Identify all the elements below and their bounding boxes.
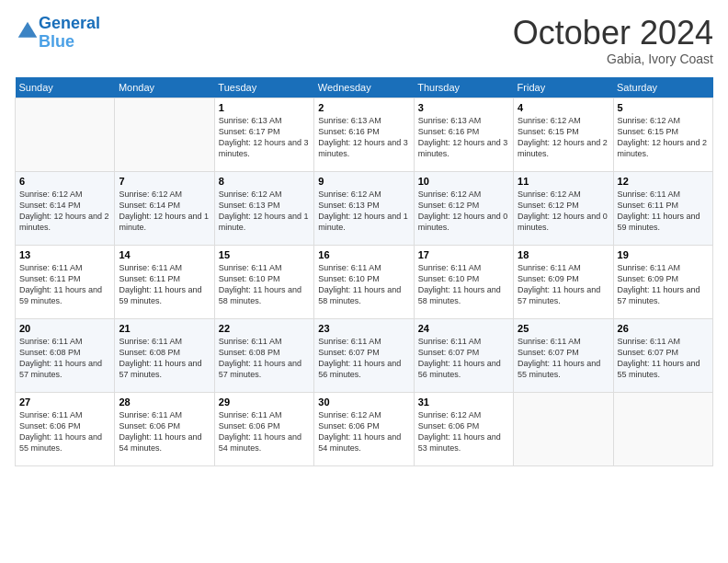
- calendar-cell: [613, 392, 712, 465]
- calendar-cell: 22Sunrise: 6:11 AM Sunset: 6:08 PM Dayli…: [214, 318, 313, 392]
- day-info: Sunrise: 6:11 AM Sunset: 6:08 PM Dayligh…: [19, 336, 110, 381]
- day-number: 1: [219, 102, 310, 113]
- day-number: 18: [518, 249, 609, 260]
- day-info: Sunrise: 6:11 AM Sunset: 6:08 PM Dayligh…: [119, 336, 210, 381]
- calendar-week-row: 13Sunrise: 6:11 AM Sunset: 6:11 PM Dayli…: [16, 245, 713, 318]
- calendar-cell: 29Sunrise: 6:11 AM Sunset: 6:06 PM Dayli…: [214, 392, 313, 465]
- day-number: 20: [19, 323, 110, 334]
- day-number: 26: [618, 323, 709, 334]
- calendar-cell: 11Sunrise: 6:12 AM Sunset: 6:12 PM Dayli…: [514, 171, 613, 245]
- month-title: October 2024: [513, 15, 713, 52]
- day-info: Sunrise: 6:11 AM Sunset: 6:10 PM Dayligh…: [318, 262, 409, 307]
- day-info: Sunrise: 6:12 AM Sunset: 6:13 PM Dayligh…: [318, 189, 409, 234]
- calendar-cell: 19Sunrise: 6:11 AM Sunset: 6:09 PM Dayli…: [613, 245, 712, 318]
- calendar-week-row: 27Sunrise: 6:11 AM Sunset: 6:06 PM Dayli…: [16, 392, 713, 465]
- weekday-header-row: SundayMondayTuesdayWednesdayThursdayFrid…: [16, 77, 713, 98]
- logo-text: General Blue: [39, 15, 100, 52]
- calendar-cell: 10Sunrise: 6:12 AM Sunset: 6:12 PM Dayli…: [414, 171, 513, 245]
- day-number: 22: [219, 323, 310, 334]
- day-info: Sunrise: 6:11 AM Sunset: 6:07 PM Dayligh…: [618, 336, 709, 381]
- day-number: 15: [219, 249, 310, 260]
- day-number: 11: [518, 176, 609, 187]
- weekday-header: Tuesday: [214, 77, 313, 98]
- day-number: 5: [618, 102, 709, 113]
- calendar-week-row: 6Sunrise: 6:12 AM Sunset: 6:14 PM Daylig…: [16, 171, 713, 245]
- day-number: 3: [418, 102, 509, 113]
- calendar-cell: 30Sunrise: 6:12 AM Sunset: 6:06 PM Dayli…: [314, 392, 414, 465]
- calendar-cell: 8Sunrise: 6:12 AM Sunset: 6:13 PM Daylig…: [214, 171, 313, 245]
- day-number: 31: [418, 396, 509, 408]
- title-block: October 2024 Gabia, Ivory Coast: [513, 15, 713, 66]
- calendar-cell: 15Sunrise: 6:11 AM Sunset: 6:10 PM Dayli…: [214, 245, 313, 318]
- day-info: Sunrise: 6:13 AM Sunset: 6:16 PM Dayligh…: [418, 115, 509, 160]
- calendar-cell: 7Sunrise: 6:12 AM Sunset: 6:14 PM Daylig…: [115, 171, 214, 245]
- calendar-cell: 14Sunrise: 6:11 AM Sunset: 6:11 PM Dayli…: [115, 245, 214, 318]
- day-info: Sunrise: 6:11 AM Sunset: 6:06 PM Dayligh…: [119, 409, 210, 454]
- day-number: 16: [318, 249, 409, 260]
- calendar-cell: [514, 392, 613, 465]
- day-info: Sunrise: 6:11 AM Sunset: 6:10 PM Dayligh…: [219, 262, 310, 307]
- day-info: Sunrise: 6:11 AM Sunset: 6:07 PM Dayligh…: [318, 336, 409, 381]
- day-info: Sunrise: 6:11 AM Sunset: 6:08 PM Dayligh…: [219, 336, 310, 381]
- calendar-cell: 5Sunrise: 6:12 AM Sunset: 6:15 PM Daylig…: [613, 98, 712, 171]
- calendar-cell: 2Sunrise: 6:13 AM Sunset: 6:16 PM Daylig…: [314, 98, 414, 171]
- day-info: Sunrise: 6:11 AM Sunset: 6:11 PM Dayligh…: [618, 189, 709, 234]
- calendar-cell: [115, 98, 214, 171]
- calendar-cell: 1Sunrise: 6:13 AM Sunset: 6:17 PM Daylig…: [214, 98, 313, 171]
- calendar-week-row: 20Sunrise: 6:11 AM Sunset: 6:08 PM Dayli…: [16, 318, 713, 392]
- day-info: Sunrise: 6:13 AM Sunset: 6:17 PM Dayligh…: [219, 115, 310, 160]
- day-number: 6: [19, 176, 110, 187]
- day-number: 10: [418, 176, 509, 187]
- calendar-cell: 9Sunrise: 6:12 AM Sunset: 6:13 PM Daylig…: [314, 171, 414, 245]
- calendar-cell: 24Sunrise: 6:11 AM Sunset: 6:07 PM Dayli…: [414, 318, 513, 392]
- calendar-cell: 28Sunrise: 6:11 AM Sunset: 6:06 PM Dayli…: [115, 392, 214, 465]
- weekday-header: Monday: [115, 77, 214, 98]
- svg-marker-0: [18, 22, 38, 38]
- day-info: Sunrise: 6:12 AM Sunset: 6:13 PM Dayligh…: [219, 189, 310, 234]
- calendar-cell: 23Sunrise: 6:11 AM Sunset: 6:07 PM Dayli…: [314, 318, 414, 392]
- calendar-cell: 6Sunrise: 6:12 AM Sunset: 6:14 PM Daylig…: [16, 171, 115, 245]
- day-info: Sunrise: 6:11 AM Sunset: 6:06 PM Dayligh…: [19, 409, 110, 454]
- day-number: 21: [119, 323, 210, 334]
- calendar-cell: 17Sunrise: 6:11 AM Sunset: 6:10 PM Dayli…: [414, 245, 513, 318]
- calendar-cell: 31Sunrise: 6:12 AM Sunset: 6:06 PM Dayli…: [414, 392, 513, 465]
- weekday-header: Friday: [514, 77, 613, 98]
- calendar-cell: 4Sunrise: 6:12 AM Sunset: 6:15 PM Daylig…: [514, 98, 613, 171]
- day-number: 7: [119, 176, 210, 187]
- logo-icon: [17, 20, 39, 42]
- calendar-cell: 27Sunrise: 6:11 AM Sunset: 6:06 PM Dayli…: [16, 392, 115, 465]
- day-info: Sunrise: 6:12 AM Sunset: 6:06 PM Dayligh…: [318, 409, 409, 454]
- day-number: 2: [318, 102, 409, 113]
- day-info: Sunrise: 6:12 AM Sunset: 6:12 PM Dayligh…: [418, 189, 509, 234]
- day-number: 29: [219, 396, 310, 408]
- day-info: Sunrise: 6:11 AM Sunset: 6:06 PM Dayligh…: [219, 409, 310, 454]
- calendar-cell: 16Sunrise: 6:11 AM Sunset: 6:10 PM Dayli…: [314, 245, 414, 318]
- day-number: 24: [418, 323, 509, 334]
- weekday-header: Thursday: [414, 77, 513, 98]
- day-info: Sunrise: 6:12 AM Sunset: 6:12 PM Dayligh…: [518, 189, 609, 234]
- day-number: 27: [19, 396, 110, 408]
- day-info: Sunrise: 6:11 AM Sunset: 6:09 PM Dayligh…: [518, 262, 609, 307]
- day-info: Sunrise: 6:12 AM Sunset: 6:15 PM Dayligh…: [618, 115, 709, 160]
- calendar-week-row: 1Sunrise: 6:13 AM Sunset: 6:17 PM Daylig…: [16, 98, 713, 171]
- day-info: Sunrise: 6:12 AM Sunset: 6:06 PM Dayligh…: [418, 409, 509, 454]
- calendar-cell: 20Sunrise: 6:11 AM Sunset: 6:08 PM Dayli…: [16, 318, 115, 392]
- calendar-cell: 18Sunrise: 6:11 AM Sunset: 6:09 PM Dayli…: [514, 245, 613, 318]
- weekday-header: Sunday: [16, 77, 115, 98]
- calendar-cell: 26Sunrise: 6:11 AM Sunset: 6:07 PM Dayli…: [613, 318, 712, 392]
- calendar-cell: 13Sunrise: 6:11 AM Sunset: 6:11 PM Dayli…: [16, 245, 115, 318]
- day-number: 25: [518, 323, 609, 334]
- day-info: Sunrise: 6:13 AM Sunset: 6:16 PM Dayligh…: [318, 115, 409, 160]
- day-number: 17: [418, 249, 509, 260]
- calendar-cell: 12Sunrise: 6:11 AM Sunset: 6:11 PM Dayli…: [613, 171, 712, 245]
- weekday-header: Saturday: [613, 77, 712, 98]
- day-info: Sunrise: 6:11 AM Sunset: 6:07 PM Dayligh…: [418, 336, 509, 381]
- day-number: 28: [119, 396, 210, 408]
- day-info: Sunrise: 6:12 AM Sunset: 6:14 PM Dayligh…: [19, 189, 110, 234]
- location: Gabia, Ivory Coast: [513, 52, 713, 66]
- weekday-header: Wednesday: [314, 77, 414, 98]
- day-info: Sunrise: 6:12 AM Sunset: 6:14 PM Dayligh…: [119, 189, 210, 234]
- day-number: 4: [518, 102, 609, 113]
- day-info: Sunrise: 6:11 AM Sunset: 6:09 PM Dayligh…: [618, 262, 709, 307]
- day-number: 9: [318, 176, 409, 187]
